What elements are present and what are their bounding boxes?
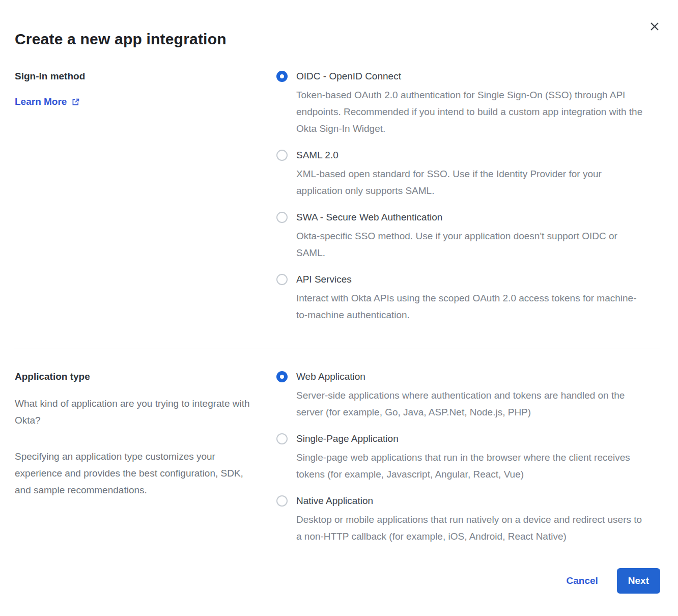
option-label: Native Application (296, 495, 647, 507)
modal-footer: Cancel Next (15, 568, 660, 594)
learn-more-link[interactable]: Learn More (15, 96, 80, 107)
radio-option-saml[interactable]: SAML 2.0 XML-based open standard for SSO… (276, 149, 660, 199)
close-icon (649, 21, 660, 32)
option-label: Single-Page Application (296, 433, 647, 445)
signin-method-label: Sign-in method (15, 70, 255, 82)
option-label: OIDC - OpenID Connect (296, 70, 647, 82)
option-description: Desktop or mobile applications that run … (296, 511, 647, 545)
learn-more-label: Learn More (15, 96, 67, 107)
radio-oidc[interactable] (276, 71, 288, 82)
radio-option-native-application[interactable]: Native Application Desktop or mobile app… (276, 495, 660, 545)
application-type-note: Specifying an application type customize… (15, 448, 254, 498)
application-type-label: Application type (15, 371, 255, 383)
option-description: Interact with Okta APIs using the scoped… (296, 290, 647, 323)
page-title: Create a new app integration (15, 31, 660, 48)
option-label: API Services (296, 273, 647, 286)
radio-web-application[interactable] (276, 371, 288, 382)
radio-option-oidc[interactable]: OIDC - OpenID Connect Token-based OAuth … (276, 70, 660, 137)
radio-option-web-application[interactable]: Web Application Server-side applications… (276, 371, 660, 421)
cancel-button[interactable]: Cancel (567, 575, 598, 586)
create-app-integration-modal: Create a new app integration Sign-in met… (0, 0, 678, 616)
option-label: SWA - Secure Web Authentication (296, 211, 647, 223)
next-button[interactable]: Next (617, 568, 660, 594)
option-description: Server-side applications where authentic… (296, 387, 647, 421)
option-description: Okta-specific SSO method. Use if your ap… (296, 228, 647, 261)
radio-saml[interactable] (276, 150, 288, 161)
application-type-section: Application type What kind of applicatio… (15, 371, 660, 545)
radio-native-application[interactable] (276, 495, 288, 507)
signin-method-section: Sign-in method Learn More OIDC - OpenID … (15, 70, 660, 323)
option-description: Single-page web applications that run in… (296, 449, 647, 483)
close-button[interactable] (648, 20, 661, 33)
external-link-icon (71, 98, 80, 106)
application-type-question: What kind of application are you trying … (15, 395, 254, 429)
radio-api-services[interactable] (276, 274, 288, 285)
radio-single-page-application[interactable] (276, 433, 288, 444)
radio-option-api-services[interactable]: API Services Interact with Okta APIs usi… (276, 273, 660, 323)
radio-option-swa[interactable]: SWA - Secure Web Authentication Okta-spe… (276, 211, 660, 261)
section-divider (14, 349, 660, 349)
option-description: XML-based open standard for SSO. Use if … (296, 165, 647, 199)
option-description: Token-based OAuth 2.0 authentication for… (296, 87, 647, 137)
radio-option-single-page-application[interactable]: Single-Page Application Single-page web … (276, 433, 660, 483)
option-label: SAML 2.0 (296, 149, 647, 161)
radio-swa[interactable] (276, 212, 288, 223)
option-label: Web Application (296, 371, 647, 383)
